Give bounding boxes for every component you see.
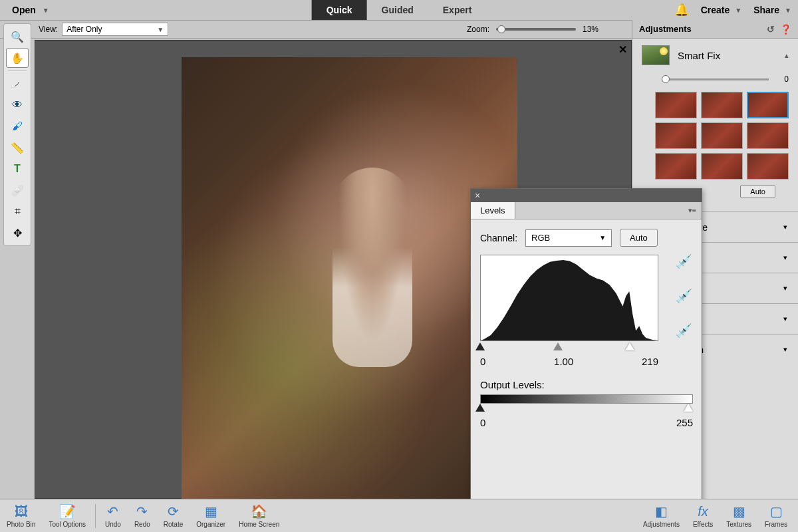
tool-options-button[interactable]: 📝Tool Options bbox=[42, 503, 92, 528]
frames-icon: ▢ bbox=[770, 503, 783, 519]
levels-auto-button[interactable]: Auto bbox=[620, 229, 658, 247]
undo-button[interactable]: ↶Undo bbox=[98, 503, 128, 528]
levels-dialog: × Levels ▾≡ Channel: RGB ▼ Auto 0 1.00 2… bbox=[470, 188, 702, 517]
input-black-handle[interactable] bbox=[475, 342, 485, 350]
input-white-value[interactable]: 219 bbox=[642, 356, 658, 367]
effects-icon: fx bbox=[698, 503, 708, 519]
zoom-value: 13% bbox=[583, 25, 598, 34]
textures-button[interactable]: ▩Textures bbox=[720, 503, 758, 528]
redo-icon: ↷ bbox=[136, 503, 148, 519]
view-select[interactable]: After Only ▼ bbox=[62, 23, 168, 36]
mode-tab-quick[interactable]: Quick bbox=[312, 0, 367, 20]
levels-titlebar[interactable]: × bbox=[471, 189, 702, 202]
zoom-slider-handle[interactable] bbox=[497, 25, 505, 33]
smartfix-preset[interactable] bbox=[701, 153, 743, 180]
chevron-down-icon: ▼ bbox=[785, 7, 791, 14]
notification-bell-icon[interactable]: 🔔 bbox=[674, 3, 689, 17]
smartfix-thumb-icon bbox=[642, 45, 670, 65]
close-document-icon[interactable]: ✕ bbox=[618, 43, 627, 56]
chevron-down-icon: ▼ bbox=[157, 26, 164, 33]
levels-tabs: Levels ▾≡ bbox=[471, 202, 702, 219]
eyedropper-group: 💉 💉 💉 bbox=[675, 253, 692, 339]
open-menu[interactable]: Open ▼ bbox=[0, 0, 61, 20]
input-mid-handle[interactable] bbox=[553, 342, 563, 350]
chevron-down-icon: ▾ bbox=[783, 284, 787, 293]
zoom-tool[interactable]: 🔍 bbox=[6, 27, 29, 47]
reset-icon[interactable]: ↺ bbox=[767, 24, 775, 35]
spot-heal-tool[interactable]: 🩹 bbox=[6, 180, 29, 200]
input-slider-row bbox=[480, 342, 658, 352]
levels-tab[interactable]: Levels bbox=[471, 202, 515, 219]
output-black-handle[interactable] bbox=[475, 404, 485, 412]
zoom-slider[interactable] bbox=[496, 28, 576, 31]
share-label: Share bbox=[753, 5, 779, 15]
output-white-handle[interactable] bbox=[684, 404, 693, 412]
input-mid-value[interactable]: 1.00 bbox=[554, 356, 573, 367]
mode-tab-guided[interactable]: Guided bbox=[367, 0, 428, 20]
smartfix-preset[interactable] bbox=[655, 153, 697, 180]
smartfix-preset[interactable] bbox=[655, 92, 697, 118]
whiten-teeth-tool[interactable]: 🖌 bbox=[6, 116, 29, 136]
share-menu[interactable]: Share ▼ bbox=[753, 5, 791, 15]
home-screen-button[interactable]: 🏠Home Screen bbox=[232, 503, 286, 528]
rotate-icon: ⟳ bbox=[168, 503, 179, 519]
eyedropper-white-icon[interactable]: 💉 bbox=[675, 322, 692, 339]
rotate-button[interactable]: ⟳Rotate bbox=[157, 503, 190, 528]
photo-bin-icon: 🖼 bbox=[15, 503, 28, 519]
smartfix-section: Smart Fix ▴ 0 Auto bbox=[632, 39, 798, 211]
textures-icon: ▩ bbox=[733, 503, 745, 519]
output-black-value[interactable]: 0 bbox=[480, 417, 485, 428]
organizer-button[interactable]: ▦Organizer bbox=[190, 503, 232, 528]
frames-button[interactable]: ▢Frames bbox=[758, 503, 794, 528]
smartfix-preset[interactable] bbox=[701, 122, 743, 149]
eyedropper-black-icon[interactable]: 💉 bbox=[675, 253, 692, 270]
adjustments-icon: ◧ bbox=[655, 503, 668, 519]
crop-tool[interactable]: ⌗ bbox=[6, 201, 29, 221]
smartfix-auto-button[interactable]: Auto bbox=[740, 185, 775, 198]
hand-tool[interactable]: ✋ bbox=[6, 48, 29, 68]
adjustments-title: Adjustments bbox=[639, 24, 692, 34]
smartfix-preset[interactable] bbox=[655, 122, 697, 149]
channel-value: RGB bbox=[531, 233, 550, 243]
redo-button[interactable]: ↷Redo bbox=[128, 503, 157, 528]
create-menu[interactable]: Create ▼ bbox=[701, 5, 742, 15]
smartfix-slider-handle[interactable] bbox=[662, 75, 670, 83]
effects-button[interactable]: fxEffects bbox=[686, 503, 720, 528]
move-tool[interactable]: ✥ bbox=[6, 223, 29, 243]
smartfix-preset[interactable] bbox=[701, 92, 743, 118]
chevron-down-icon: ▼ bbox=[735, 7, 741, 14]
chevron-down-icon: ▾ bbox=[783, 253, 787, 262]
input-black-value[interactable]: 0 bbox=[480, 356, 485, 367]
output-slider-row bbox=[480, 404, 693, 413]
chevron-up-icon[interactable]: ▴ bbox=[785, 51, 789, 60]
photo-bin-button[interactable]: 🖼Photo Bin bbox=[0, 503, 42, 528]
close-icon[interactable]: × bbox=[475, 190, 480, 201]
bottom-bar: 🖼Photo Bin 📝Tool Options ↶Undo ↷Redo ⟳Ro… bbox=[0, 499, 798, 532]
smartfix-value: 0 bbox=[775, 74, 789, 84]
smartfix-title: Smart Fix bbox=[678, 50, 777, 61]
home-icon: 🏠 bbox=[251, 503, 267, 519]
smartfix-slider[interactable] bbox=[662, 78, 769, 80]
levels-preset-menu[interactable]: ▾≡ bbox=[515, 202, 702, 219]
selection-tool[interactable]: ⟋ bbox=[6, 74, 29, 94]
output-white-value[interactable]: 255 bbox=[676, 417, 693, 428]
straighten-tool[interactable]: 📏 bbox=[6, 138, 29, 158]
mode-tab-expert[interactable]: Expert bbox=[428, 0, 487, 20]
adjustments-button[interactable]: ◧Adjustments bbox=[636, 503, 686, 528]
input-white-handle[interactable] bbox=[625, 342, 634, 350]
chevron-down-icon: ▼ bbox=[43, 7, 49, 14]
open-label: Open bbox=[12, 5, 36, 15]
smartfix-preset[interactable] bbox=[747, 122, 789, 149]
smartfix-preset[interactable] bbox=[747, 153, 789, 180]
help-icon[interactable]: ❓ bbox=[780, 24, 791, 35]
photo-canvas[interactable] bbox=[182, 57, 517, 499]
top-right: 🔔 Create ▼ Share ▼ bbox=[674, 0, 791, 20]
redeye-tool[interactable]: 👁 bbox=[6, 95, 29, 115]
channel-select[interactable]: RGB ▼ bbox=[525, 229, 612, 247]
text-tool[interactable]: T bbox=[6, 159, 29, 179]
channel-label: Channel: bbox=[480, 233, 517, 243]
smartfix-preset[interactable] bbox=[747, 92, 789, 118]
histogram bbox=[480, 255, 658, 341]
separator bbox=[95, 504, 96, 528]
eyedropper-gray-icon[interactable]: 💉 bbox=[675, 287, 692, 305]
